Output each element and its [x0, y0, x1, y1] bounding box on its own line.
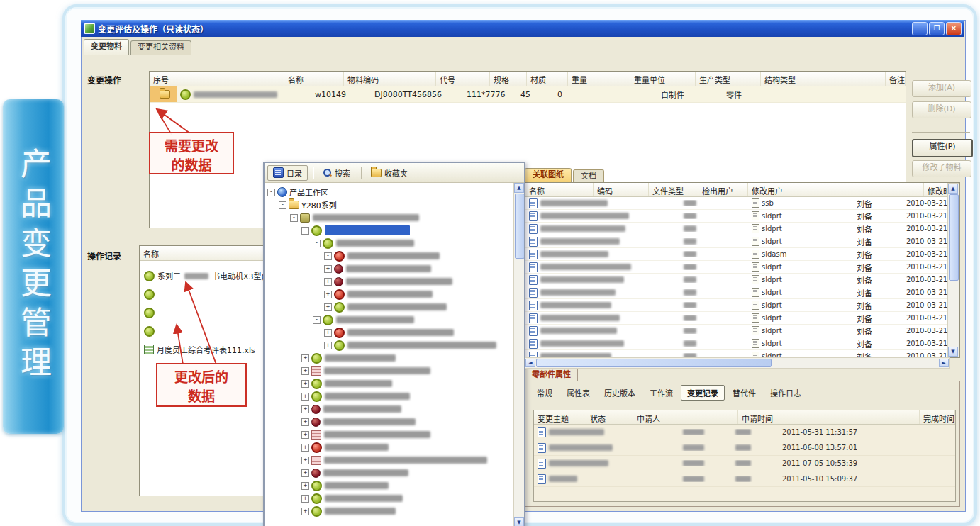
add-button[interactable]: 添加(A): [912, 80, 971, 97]
column-header[interactable]: 修改用户: [748, 183, 924, 196]
column-header[interactable]: 备注: [886, 72, 906, 86]
tree-node[interactable]: +: [265, 466, 514, 479]
tree-expander-icon[interactable]: +: [324, 342, 332, 349]
column-header[interactable]: 结构类型: [761, 72, 886, 86]
tree-expander-icon[interactable]: +: [301, 380, 309, 388]
column-header[interactable]: 申请时间: [738, 410, 920, 424]
part-props-subtab[interactable]: 历史版本: [598, 385, 642, 401]
table-row[interactable]: sldprt 刘备 2010-03-21 23:40:29: [525, 235, 959, 248]
table-row[interactable]: sldprt 刘备 2010-03-21 23:40:29: [525, 337, 959, 350]
scroll-right-icon[interactable]: ►: [939, 359, 949, 367]
column-header[interactable]: 编码: [594, 183, 649, 196]
tree-expander-icon[interactable]: -: [267, 189, 275, 196]
properties-button[interactable]: 属性(P): [912, 139, 973, 157]
drawings-vertical-scrollbar[interactable]: ▲ ▼: [947, 183, 959, 357]
tree-expander-icon[interactable]: +: [324, 265, 332, 273]
tree-expander-icon[interactable]: +: [324, 303, 332, 311]
tree-expander-icon[interactable]: +: [324, 278, 332, 286]
column-header[interactable]: 完成时间: [920, 410, 955, 424]
search-button[interactable]: 搜索: [317, 165, 356, 181]
table-row[interactable]: ssb 刘备 2010-03-21 23:59:48: [525, 197, 959, 210]
tree-expander-icon[interactable]: +: [301, 405, 309, 413]
column-header[interactable]: 序号: [150, 72, 284, 86]
tree-node[interactable]: +: [265, 428, 514, 441]
table-row[interactable]: 2011-05-10 15:09:37: [534, 471, 955, 487]
main-tab[interactable]: 变更物料: [84, 39, 129, 55]
table-row[interactable]: 2011-06-08 13:57:01: [534, 440, 955, 456]
tree-expander-icon[interactable]: +: [301, 495, 309, 503]
scroll-down-icon[interactable]: ▼: [514, 517, 524, 526]
tree-node[interactable]: -: [265, 237, 514, 250]
column-header[interactable]: 重量单位: [630, 72, 696, 86]
scroll-up-icon[interactable]: ▲: [514, 183, 524, 193]
scroll-left-icon[interactable]: ◄: [525, 359, 535, 367]
tree-node[interactable]: - 产品工作区: [265, 186, 514, 198]
column-header[interactable]: 名称: [525, 183, 594, 196]
tree-node[interactable]: +: [265, 364, 514, 377]
scrollbar-thumb[interactable]: [515, 194, 525, 259]
table-row[interactable]: sldprt 刘备 2010-03-21 23:40:29: [525, 274, 959, 286]
drawings-tab[interactable]: 文档: [573, 169, 604, 183]
tree-expander-icon[interactable]: +: [301, 444, 309, 452]
table-row[interactable]: sldprt 刘备 2010-03-21 23:40:29: [525, 261, 959, 274]
column-header[interactable]: 代号: [436, 72, 490, 86]
tree-expander-icon[interactable]: +: [301, 482, 309, 490]
table-row[interactable]: sldprt 刘备 2010-03-21 23:40:29: [525, 286, 959, 299]
tree-expander-icon[interactable]: +: [324, 291, 332, 298]
table-row[interactable]: sldprt 刘备 2010-03-21 23:40:29: [525, 312, 959, 325]
tree-expander-icon[interactable]: -: [290, 214, 298, 222]
table-row[interactable]: 2011-05-31 11:31:57: [534, 425, 955, 440]
column-header[interactable]: 申请人: [633, 410, 738, 424]
scroll-up-icon[interactable]: ▲: [948, 184, 958, 194]
minimize-button[interactable]: ─: [912, 22, 928, 35]
tree-node[interactable]: +: [265, 301, 514, 313]
tree-node[interactable]: +: [265, 403, 514, 415]
part-props-subtab[interactable]: 常规: [530, 385, 559, 401]
column-header[interactable]: 材质: [527, 72, 568, 86]
drawings-horizontal-scrollbar[interactable]: ◄ ►: [525, 357, 950, 369]
tree-node[interactable]: +: [265, 492, 514, 505]
drawings-tab[interactable]: 关联图纸: [525, 168, 572, 183]
tree-expander-icon[interactable]: +: [301, 508, 309, 515]
part-props-subtab[interactable]: 替代件: [726, 385, 762, 401]
column-header[interactable]: 重量: [568, 72, 630, 86]
tree-node[interactable]: +: [265, 262, 514, 275]
tree-expander-icon[interactable]: +: [301, 418, 309, 426]
column-header[interactable]: 状态: [586, 410, 633, 424]
scroll-down-icon[interactable]: ▼: [948, 347, 958, 357]
tree-expander-icon[interactable]: +: [301, 469, 309, 477]
part-props-subtab[interactable]: 变更记录: [681, 385, 725, 401]
favorites-button[interactable]: 收藏夹: [365, 165, 413, 181]
row-selector-cell[interactable]: [150, 86, 177, 102]
tree-node[interactable]: +: [265, 454, 514, 466]
table-row[interactable]: sldprt 刘备 2010-03-21 23:40:29: [525, 325, 959, 337]
table-row[interactable]: sldprt 刘备 2010-03-21 23:40:29: [525, 299, 959, 312]
tree-node[interactable]: +: [265, 339, 514, 352]
part-props-subtab[interactable]: 属性表: [560, 385, 596, 401]
tree-expander-icon[interactable]: +: [324, 329, 332, 337]
tree-node[interactable]: +: [265, 390, 514, 403]
part-props-subtab[interactable]: 操作日志: [764, 385, 808, 401]
tree-node[interactable]: - Y280系列: [265, 198, 514, 211]
main-tab[interactable]: 变更相关资料: [130, 40, 191, 55]
restore-button[interactable]: ❐: [929, 22, 945, 35]
table-row[interactable]: sldprt 刘备 2010-03-21 23:40:29: [525, 223, 959, 235]
change-record-table[interactable]: 变更主题状态申请人申请时间完成时间 2011-05-31 11:31:57 20…: [533, 410, 956, 502]
column-header[interactable]: 检出用户: [698, 183, 748, 196]
tree-node[interactable]: +: [265, 415, 514, 428]
delete-button[interactable]: 删除(D): [912, 101, 971, 118]
table-row[interactable]: 2011-07-05 10:53:39: [534, 456, 955, 471]
column-header[interactable]: 生产类型: [696, 72, 761, 86]
tree-expander-icon[interactable]: -: [279, 201, 286, 209]
close-button[interactable]: ×: [946, 22, 962, 35]
column-header[interactable]: 变更主题: [534, 410, 586, 424]
tree-node[interactable]: +: [265, 288, 514, 301]
tree-node[interactable]: -: [265, 211, 514, 224]
tree-expander-icon[interactable]: +: [301, 457, 309, 464]
scrollbar-thumb[interactable]: [536, 359, 772, 367]
table-row[interactable]: w10149 DJ8080TT456856 111*7776 45 0 自制件 …: [150, 86, 906, 103]
tree-vertical-scrollbar[interactable]: ▲ ▼: [513, 183, 524, 526]
product-tree[interactable]: - 产品工作区 - Y280系列 -: [265, 183, 514, 526]
tree-expander-icon[interactable]: +: [301, 431, 309, 439]
drawings-table[interactable]: 名称编码文件类型检出用户修改用户修改时间 ssb 刘备 2010-03-21 2…: [525, 182, 960, 358]
